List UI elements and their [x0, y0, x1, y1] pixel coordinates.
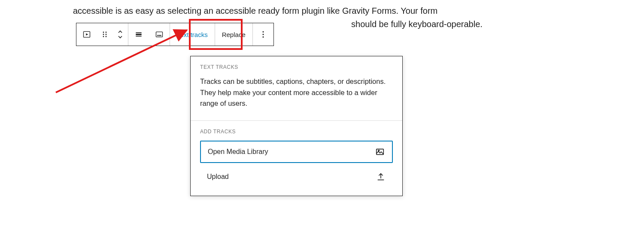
block-welcome-screen[interactable]: Welcome Screen — [102, 127, 203, 148]
svg-point-46 — [492, 202, 506, 212]
svg-rect-39 — [110, 188, 114, 188]
move-up-down-button[interactable] — [112, 23, 128, 46]
svg-point-27 — [84, 192, 85, 194]
block-label: Welcome Screen — [123, 134, 169, 141]
empty-preview-illustration: z z z — [400, 108, 563, 228]
svg-rect-42 — [110, 213, 115, 216]
replace-button[interactable]: Replace — [215, 23, 252, 46]
svg-point-47 — [495, 213, 498, 217]
sidebar-title-line1: FORM — [103, 100, 124, 108]
svg-point-31 — [85, 212, 86, 213]
block-label: Long text — [123, 185, 148, 192]
svg-point-4 — [106, 34, 107, 35]
svg-rect-41 — [110, 190, 113, 190]
text-tracks-heading: TEXT TRACKS — [200, 64, 393, 70]
svg-rect-21 — [83, 105, 86, 108]
svg-point-12 — [159, 35, 160, 36]
svg-point-15 — [262, 34, 264, 35]
canvas-dropzone — [256, 224, 304, 224]
svg-point-13 — [161, 35, 161, 36]
calculator-icon — [82, 208, 90, 216]
svg-point-6 — [106, 36, 107, 37]
block-label: Email — [123, 211, 138, 218]
svg-rect-38 — [110, 163, 114, 163]
block-email[interactable]: Email — [102, 204, 203, 225]
block-long-text[interactable]: Long text — [102, 178, 203, 199]
grid-icon — [82, 101, 90, 109]
svg-point-32 — [86, 212, 87, 213]
svg-point-36 — [87, 213, 88, 214]
app-logo — [83, 74, 98, 89]
palette-icon — [82, 122, 90, 130]
svg-text:z: z — [522, 195, 525, 202]
svg-point-16 — [262, 36, 264, 37]
svg-rect-20 — [87, 101, 90, 105]
article-line2-tail: should be fully keyboard-operable. — [349, 19, 483, 29]
block-short-text[interactable]: Short text — [102, 153, 203, 173]
svg-point-24 — [86, 124, 87, 125]
svg-rect-22 — [87, 105, 90, 108]
svg-point-34 — [85, 213, 86, 214]
svg-point-35 — [86, 213, 87, 214]
bell-icon — [82, 144, 90, 151]
image-icon — [375, 147, 385, 157]
text-tracks-dropdown: TEXT TRACKS Tracks can be subtitles, cap… — [190, 56, 403, 196]
arrow-left-icon — [103, 79, 109, 85]
svg-rect-40 — [110, 188, 114, 189]
replace-label: Replace — [222, 31, 246, 38]
svg-point-25 — [87, 125, 88, 126]
back-to-home-link[interactable]: Back To Home — [103, 78, 151, 85]
more-options-button[interactable] — [253, 23, 273, 46]
open-media-library-label: Open Media Library — [208, 148, 268, 156]
align-button[interactable] — [128, 23, 149, 46]
svg-text:z: z — [516, 200, 519, 206]
svg-point-33 — [87, 212, 88, 213]
rail-notifications[interactable] — [76, 137, 97, 158]
add-tracks-heading: ADD TRACKS — [200, 129, 393, 135]
svg-point-5 — [103, 36, 104, 37]
text-tracks-description: Tracks can be subtitles, captions, chapt… — [200, 76, 393, 109]
drag-handle[interactable] — [97, 23, 112, 46]
svg-point-52 — [378, 150, 380, 151]
sidebar-title-line2: BLOCKS — [103, 109, 133, 116]
upload-icon — [376, 172, 386, 182]
block-label: Short text — [123, 160, 149, 166]
rail-blocks[interactable] — [78, 96, 95, 114]
svg-text:z: z — [528, 191, 531, 197]
rail-results[interactable] — [76, 201, 97, 223]
back-to-home-label: Back To Home — [112, 78, 151, 85]
preview-pane: z z z No Preview Available Yet! — [394, 108, 569, 249]
svg-point-18 — [83, 74, 98, 89]
rail-settings[interactable] — [76, 158, 97, 180]
open-media-library-button[interactable]: Open Media Library — [200, 141, 393, 163]
lines-icon — [106, 183, 118, 195]
svg-rect-19 — [83, 101, 86, 105]
minus-icon — [106, 157, 118, 169]
rail-logic[interactable] — [76, 180, 97, 201]
rail-theme[interactable] — [76, 115, 97, 137]
svg-point-14 — [262, 31, 264, 32]
caption-button[interactable] — [149, 23, 170, 46]
upload-button[interactable]: Upload — [200, 166, 393, 188]
article-line1: accessible is as easy as selecting an ac… — [73, 6, 437, 15]
svg-point-3 — [103, 34, 104, 35]
gear-icon — [82, 165, 90, 173]
svg-rect-51 — [377, 149, 384, 154]
preview-caption: No Preview Available Yet! — [394, 240, 569, 249]
publish-button[interactable]: Publish — [532, 76, 562, 89]
branch-icon — [82, 187, 90, 194]
svg-point-26 — [84, 188, 85, 189]
block-type-video-button[interactable] — [76, 23, 97, 46]
svg-rect-29 — [84, 209, 89, 215]
left-rail — [76, 95, 97, 249]
svg-rect-30 — [85, 210, 88, 211]
enter-icon — [106, 131, 118, 143]
svg-rect-44 — [488, 181, 492, 219]
svg-point-43 — [460, 125, 520, 185]
mail-icon — [106, 209, 118, 221]
text-tracks-label: Text tracks — [177, 31, 208, 38]
publish-label: Publish — [538, 79, 556, 86]
upload-label: Upload — [207, 173, 229, 181]
text-tracks-button[interactable]: Text tracks — [170, 23, 215, 46]
svg-point-23 — [85, 125, 85, 126]
